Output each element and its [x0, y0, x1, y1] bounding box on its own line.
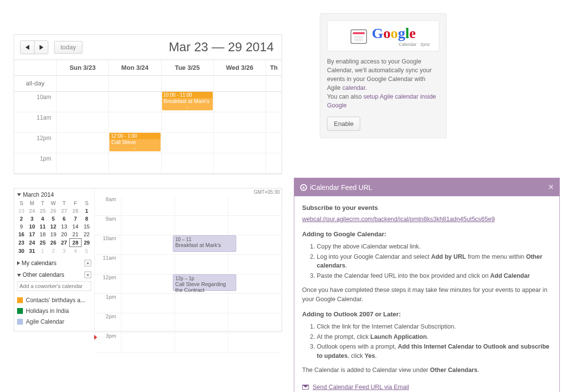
mini-day-cell[interactable]: 4	[38, 215, 48, 223]
mini-day-cell[interactable]: 24	[27, 239, 38, 247]
mini-day-cell[interactable]: 19	[48, 230, 59, 239]
calendar-link[interactable]: calendar	[342, 84, 365, 91]
mini-day-cell[interactable]: 27	[59, 239, 70, 247]
mini-day-cell[interactable]: 21	[70, 230, 82, 239]
hour-row[interactable]: 8am	[95, 196, 282, 216]
chevron-right-icon	[17, 261, 20, 265]
mini-day-cell[interactable]: 18	[38, 230, 48, 239]
mini-day-cell[interactable]: 26	[48, 207, 59, 215]
weekly-calendar-toolbar: today Mar 23 — 29 2014	[14, 35, 282, 60]
hour-cell[interactable]: 10:00 - 11:00Breakfast at Mark's=	[161, 92, 213, 112]
mini-day-cell[interactable]: 26	[48, 239, 59, 247]
webcal-url-link[interactable]: webcal://our.agilecrm.com/backend/ical/p…	[302, 215, 495, 224]
mini-day-cell[interactable]: 8	[81, 215, 92, 223]
mini-day-cell[interactable]: 30	[16, 247, 27, 255]
mini-day-cell[interactable]: 1	[81, 207, 92, 215]
hour-cell[interactable]	[56, 92, 108, 112]
my-calendars-label: My calendars	[21, 260, 56, 267]
mini-day-cell[interactable]: 2	[48, 247, 59, 255]
mini-day-cell[interactable]: 3	[59, 247, 70, 255]
hour-row[interactable]: 2pm	[95, 313, 282, 333]
mini-day-cell[interactable]: 4	[70, 247, 82, 255]
mini-day-cell[interactable]: 28	[70, 207, 82, 215]
hour-row[interactable]: 9am	[95, 216, 282, 235]
day-header: Sun 3/23	[56, 60, 108, 75]
hour-cell[interactable]	[108, 92, 161, 112]
hour-cell[interactable]	[213, 112, 266, 132]
mini-day-cell[interactable]: 12	[48, 223, 59, 230]
send-feed-email-link[interactable]: Send Calendar Feed URL via Email	[312, 383, 409, 392]
hour-row[interactable]: 10am10:00 - 11:00Breakfast at Mark's=	[14, 92, 282, 112]
mini-month-header[interactable]: March 2014	[16, 191, 92, 199]
mini-day-cell[interactable]: 29	[81, 239, 92, 247]
mini-day-cell[interactable]: 25	[38, 207, 48, 215]
calendar-event[interactable]: 10 – 11Breakfast at Mark's	[173, 235, 236, 252]
mini-day-cell[interactable]: 27	[59, 207, 70, 215]
dropdown-icon[interactable]: ▾	[84, 271, 91, 278]
mini-day-cell[interactable]: 25	[38, 239, 48, 247]
mini-day-cell[interactable]: 11	[38, 223, 48, 230]
hour-cell[interactable]	[266, 92, 282, 112]
hour-cell[interactable]	[213, 92, 266, 112]
calendar-list-item[interactable]: Contacts' birthdays a...	[17, 295, 91, 306]
mini-day-cell[interactable]: 31	[27, 247, 38, 255]
other-calendars-section[interactable]: Other calendars▾	[16, 271, 92, 278]
hour-cell[interactable]	[56, 112, 108, 132]
hour-cell[interactable]	[266, 133, 282, 153]
mini-day-cell[interactable]: 10	[27, 223, 38, 230]
mini-day-cell[interactable]: 5	[81, 247, 92, 255]
mini-day-cell[interactable]: 5	[48, 215, 59, 223]
mini-day-cell[interactable]: 13	[59, 223, 70, 230]
mini-day-cell[interactable]: 7	[70, 215, 82, 223]
google-sync-card: Google Calendar Sync By enabling access …	[320, 13, 447, 138]
mini-month-grid[interactable]: SMTWTFS232425262728123456789101112131415…	[16, 199, 92, 255]
mini-day-cell[interactable]: 22	[81, 230, 92, 239]
hour-row[interactable]: 1pm	[95, 294, 282, 313]
hour-cell[interactable]	[56, 133, 108, 153]
hour-cell[interactable]	[56, 153, 108, 173]
hour-row[interactable]: 11am	[95, 255, 282, 274]
hour-cell[interactable]	[108, 112, 161, 132]
my-calendars-section[interactable]: My calendars▾	[16, 260, 92, 267]
calendar-list-item[interactable]: Holidays in India	[17, 306, 91, 316]
next-week-button[interactable]	[34, 41, 48, 54]
hour-cell[interactable]	[161, 112, 213, 132]
hour-row[interactable]: 1pm	[14, 153, 282, 174]
mini-day-cell[interactable]: 24	[27, 207, 38, 215]
close-icon[interactable]: ×	[548, 182, 554, 192]
dropdown-icon[interactable]: ▾	[84, 260, 91, 267]
hour-cell[interactable]	[266, 153, 282, 173]
prev-week-button[interactable]	[20, 41, 34, 54]
mini-day-cell[interactable]: 2	[16, 215, 27, 223]
hour-cell[interactable]	[161, 133, 213, 153]
hour-cell[interactable]	[266, 112, 282, 132]
hour-cell[interactable]	[161, 153, 213, 173]
calendar-list-item[interactable]: Agile Calendar	[17, 316, 91, 327]
mini-day-cell[interactable]: 23	[16, 239, 27, 247]
hour-cell[interactable]	[108, 153, 161, 173]
hour-row[interactable]: 12pm12:00 - 1:00Call Steve=	[14, 133, 282, 153]
mini-day-cell[interactable]: 20	[59, 230, 70, 239]
today-button[interactable]: today	[54, 41, 82, 54]
mini-day-cell[interactable]: 3	[27, 215, 38, 223]
hour-cell[interactable]: 12:00 - 1:00Call Steve=	[108, 133, 161, 153]
mini-day-cell[interactable]: 1	[38, 247, 48, 255]
mini-day-cell[interactable]: 23	[16, 207, 27, 215]
enable-button[interactable]: Enable	[327, 117, 360, 131]
hour-row[interactable]: 11am	[14, 112, 282, 133]
hour-row[interactable]: 3pm	[95, 333, 282, 352]
mini-day-cell[interactable]: 14	[70, 223, 82, 230]
mini-day-cell[interactable]: 28	[70, 239, 82, 247]
mini-day-cell[interactable]: 17	[27, 230, 38, 239]
mini-day-cell[interactable]: 9	[16, 223, 27, 230]
hour-cell[interactable]	[213, 153, 266, 173]
calendar-event[interactable]: 12:00 - 1:00Call Steve=	[109, 133, 160, 151]
mini-day-cell[interactable]: 6	[59, 215, 70, 223]
mini-day-cell[interactable]: 15	[81, 223, 92, 230]
mini-day-cell[interactable]: 16	[16, 230, 27, 239]
hour-cell[interactable]	[213, 133, 266, 153]
calendar-event[interactable]: 12p – 1pCall Steve Regarding the Contrac…	[173, 274, 236, 291]
calendar-event[interactable]: 10:00 - 11:00Breakfast at Mark's=	[162, 92, 213, 110]
add-coworker-input[interactable]	[17, 281, 91, 291]
list-item: At the prompt, click Launch Application.	[317, 332, 552, 342]
